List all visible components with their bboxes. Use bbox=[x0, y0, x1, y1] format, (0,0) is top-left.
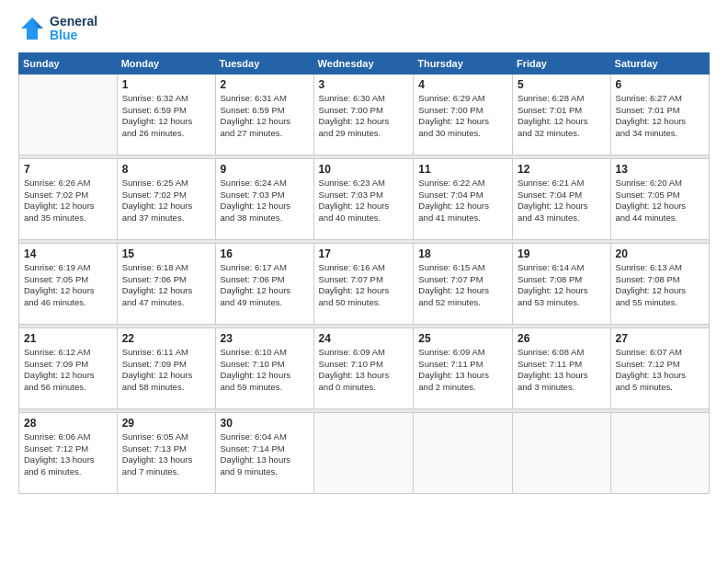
day-number: 12 bbox=[518, 163, 606, 176]
weekday-header-row: SundayMondayTuesdayWednesdayThursdayFrid… bbox=[19, 52, 710, 74]
day-number: 20 bbox=[616, 247, 704, 260]
cell-content: Sunrise: 6:17 AM Sunset: 7:06 PM Dayligh… bbox=[221, 262, 309, 309]
calendar-cell: 5Sunrise: 6:28 AM Sunset: 7:01 PM Daylig… bbox=[512, 74, 610, 155]
calendar-cell: 14Sunrise: 6:19 AM Sunset: 7:05 PM Dayli… bbox=[19, 243, 118, 324]
day-number: 26 bbox=[518, 332, 606, 345]
calendar-cell: 18Sunrise: 6:15 AM Sunset: 7:07 PM Dayli… bbox=[414, 243, 513, 324]
calendar-cell: 4Sunrise: 6:29 AM Sunset: 7:00 PM Daylig… bbox=[414, 74, 513, 155]
cell-content: Sunrise: 6:13 AM Sunset: 7:08 PM Dayligh… bbox=[616, 262, 704, 309]
calendar-cell: 17Sunrise: 6:16 AM Sunset: 7:07 PM Dayli… bbox=[313, 243, 414, 324]
calendar-cell: 19Sunrise: 6:14 AM Sunset: 7:08 PM Dayli… bbox=[512, 243, 610, 324]
calendar-cell: 11Sunrise: 6:22 AM Sunset: 7:04 PM Dayli… bbox=[414, 158, 513, 239]
calendar-cell bbox=[313, 412, 414, 493]
day-number: 17 bbox=[319, 247, 409, 260]
day-number: 1 bbox=[122, 78, 210, 91]
day-number: 15 bbox=[122, 247, 210, 260]
calendar-cell bbox=[610, 412, 709, 493]
calendar-page: General Blue SundayMondayTuesdayWednesda… bbox=[0, 0, 728, 563]
header: General Blue bbox=[18, 15, 710, 43]
calendar-cell: 29Sunrise: 6:05 AM Sunset: 7:13 PM Dayli… bbox=[117, 412, 215, 493]
day-number: 23 bbox=[221, 332, 309, 345]
calendar-cell: 6Sunrise: 6:27 AM Sunset: 7:01 PM Daylig… bbox=[610, 74, 709, 155]
calendar-cell: 7Sunrise: 6:26 AM Sunset: 7:02 PM Daylig… bbox=[19, 158, 118, 239]
day-number: 8 bbox=[122, 163, 210, 176]
cell-content: Sunrise: 6:09 AM Sunset: 7:10 PM Dayligh… bbox=[319, 347, 409, 394]
cell-content: Sunrise: 6:32 AM Sunset: 6:59 PM Dayligh… bbox=[122, 93, 210, 140]
cell-content: Sunrise: 6:26 AM Sunset: 7:02 PM Dayligh… bbox=[24, 178, 112, 224]
calendar-cell: 22Sunrise: 6:11 AM Sunset: 7:09 PM Dayli… bbox=[117, 327, 215, 408]
cell-content: Sunrise: 6:30 AM Sunset: 7:00 PM Dayligh… bbox=[319, 93, 409, 140]
cell-content: Sunrise: 6:09 AM Sunset: 7:11 PM Dayligh… bbox=[418, 347, 507, 394]
calendar-cell: 9Sunrise: 6:24 AM Sunset: 7:03 PM Daylig… bbox=[215, 158, 313, 239]
week-row-1: 1Sunrise: 6:32 AM Sunset: 6:59 PM Daylig… bbox=[19, 74, 710, 155]
calendar-cell bbox=[19, 74, 118, 155]
cell-content: Sunrise: 6:11 AM Sunset: 7:09 PM Dayligh… bbox=[122, 347, 210, 394]
cell-content: Sunrise: 6:23 AM Sunset: 7:03 PM Dayligh… bbox=[319, 178, 409, 224]
cell-content: Sunrise: 6:29 AM Sunset: 7:00 PM Dayligh… bbox=[418, 93, 507, 140]
calendar-cell: 8Sunrise: 6:25 AM Sunset: 7:02 PM Daylig… bbox=[117, 158, 215, 239]
cell-content: Sunrise: 6:22 AM Sunset: 7:04 PM Dayligh… bbox=[418, 178, 507, 224]
weekday-header-wednesday: Wednesday bbox=[313, 52, 414, 74]
week-row-4: 21Sunrise: 6:12 AM Sunset: 7:09 PM Dayli… bbox=[19, 327, 710, 408]
cell-content: Sunrise: 6:10 AM Sunset: 7:10 PM Dayligh… bbox=[221, 347, 309, 394]
day-number: 24 bbox=[319, 332, 409, 345]
day-number: 21 bbox=[24, 332, 112, 345]
day-number: 16 bbox=[221, 247, 309, 260]
cell-content: Sunrise: 6:15 AM Sunset: 7:07 PM Dayligh… bbox=[418, 262, 507, 309]
logo-icon bbox=[18, 15, 46, 42]
cell-content: Sunrise: 6:05 AM Sunset: 7:13 PM Dayligh… bbox=[122, 431, 210, 478]
day-number: 28 bbox=[24, 417, 112, 430]
calendar-cell: 23Sunrise: 6:10 AM Sunset: 7:10 PM Dayli… bbox=[215, 327, 313, 408]
calendar-cell: 1Sunrise: 6:32 AM Sunset: 6:59 PM Daylig… bbox=[117, 74, 215, 155]
cell-content: Sunrise: 6:12 AM Sunset: 7:09 PM Dayligh… bbox=[24, 347, 112, 394]
day-number: 10 bbox=[319, 163, 409, 176]
calendar-cell: 13Sunrise: 6:20 AM Sunset: 7:05 PM Dayli… bbox=[610, 158, 709, 239]
day-number: 27 bbox=[616, 332, 704, 345]
cell-content: Sunrise: 6:31 AM Sunset: 6:59 PM Dayligh… bbox=[221, 93, 309, 140]
weekday-header-monday: Monday bbox=[117, 52, 215, 74]
day-number: 30 bbox=[221, 417, 309, 430]
calendar-cell: 26Sunrise: 6:08 AM Sunset: 7:11 PM Dayli… bbox=[512, 327, 610, 408]
cell-content: Sunrise: 6:04 AM Sunset: 7:14 PM Dayligh… bbox=[221, 431, 309, 478]
weekday-header-sunday: Sunday bbox=[19, 52, 118, 74]
day-number: 4 bbox=[418, 78, 507, 91]
weekday-header-friday: Friday bbox=[512, 52, 610, 74]
calendar-cell: 16Sunrise: 6:17 AM Sunset: 7:06 PM Dayli… bbox=[215, 243, 313, 324]
calendar-cell: 12Sunrise: 6:21 AM Sunset: 7:04 PM Dayli… bbox=[512, 158, 610, 239]
cell-content: Sunrise: 6:27 AM Sunset: 7:01 PM Dayligh… bbox=[616, 93, 704, 140]
calendar-cell bbox=[512, 412, 610, 493]
calendar-cell: 24Sunrise: 6:09 AM Sunset: 7:10 PM Dayli… bbox=[313, 327, 414, 408]
cell-content: Sunrise: 6:20 AM Sunset: 7:05 PM Dayligh… bbox=[616, 178, 704, 224]
logo-text: General Blue bbox=[50, 15, 97, 43]
calendar-cell: 20Sunrise: 6:13 AM Sunset: 7:08 PM Dayli… bbox=[610, 243, 709, 324]
week-row-5: 28Sunrise: 6:06 AM Sunset: 7:12 PM Dayli… bbox=[19, 412, 710, 493]
day-number: 13 bbox=[616, 163, 704, 176]
calendar-cell: 21Sunrise: 6:12 AM Sunset: 7:09 PM Dayli… bbox=[19, 327, 118, 408]
cell-content: Sunrise: 6:06 AM Sunset: 7:12 PM Dayligh… bbox=[24, 431, 112, 478]
day-number: 25 bbox=[418, 332, 507, 345]
calendar-cell: 27Sunrise: 6:07 AM Sunset: 7:12 PM Dayli… bbox=[610, 327, 709, 408]
day-number: 14 bbox=[24, 247, 112, 260]
day-number: 3 bbox=[319, 78, 409, 91]
day-number: 6 bbox=[616, 78, 704, 91]
weekday-header-saturday: Saturday bbox=[610, 52, 709, 74]
day-number: 2 bbox=[221, 78, 309, 91]
cell-content: Sunrise: 6:25 AM Sunset: 7:02 PM Dayligh… bbox=[122, 178, 210, 224]
calendar-cell: 10Sunrise: 6:23 AM Sunset: 7:03 PM Dayli… bbox=[313, 158, 414, 239]
day-number: 5 bbox=[518, 78, 606, 91]
cell-content: Sunrise: 6:14 AM Sunset: 7:08 PM Dayligh… bbox=[518, 262, 606, 309]
day-number: 9 bbox=[221, 163, 309, 176]
calendar-cell: 3Sunrise: 6:30 AM Sunset: 7:00 PM Daylig… bbox=[313, 74, 414, 155]
day-number: 7 bbox=[24, 163, 112, 176]
calendar-cell: 30Sunrise: 6:04 AM Sunset: 7:14 PM Dayli… bbox=[215, 412, 313, 493]
week-row-2: 7Sunrise: 6:26 AM Sunset: 7:02 PM Daylig… bbox=[19, 158, 710, 239]
cell-content: Sunrise: 6:08 AM Sunset: 7:11 PM Dayligh… bbox=[518, 347, 606, 394]
cell-content: Sunrise: 6:07 AM Sunset: 7:12 PM Dayligh… bbox=[616, 347, 704, 394]
day-number: 22 bbox=[122, 332, 210, 345]
logo: General Blue bbox=[18, 15, 97, 43]
day-number: 18 bbox=[418, 247, 507, 260]
calendar-table: SundayMondayTuesdayWednesdayThursdayFrid… bbox=[18, 52, 710, 494]
cell-content: Sunrise: 6:21 AM Sunset: 7:04 PM Dayligh… bbox=[518, 178, 606, 224]
cell-content: Sunrise: 6:18 AM Sunset: 7:06 PM Dayligh… bbox=[122, 262, 210, 309]
day-number: 29 bbox=[122, 417, 210, 430]
